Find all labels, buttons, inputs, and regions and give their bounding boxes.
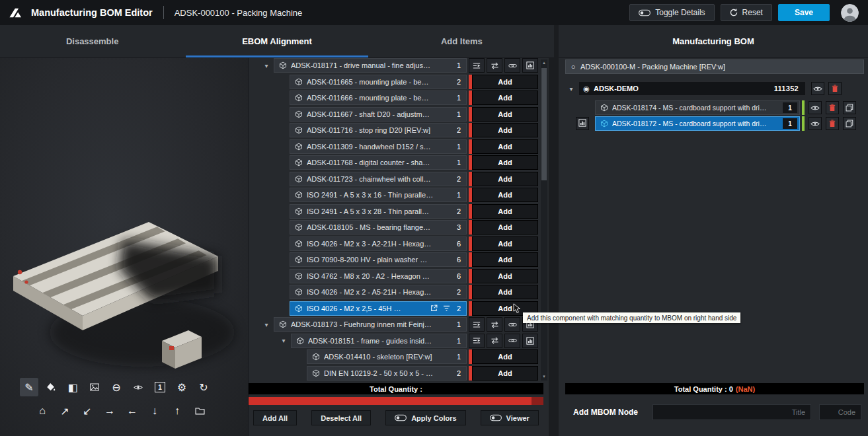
swap-button[interactable] bbox=[487, 317, 502, 332]
swap-button[interactable] bbox=[487, 58, 502, 73]
add-button[interactable]: Add bbox=[472, 123, 538, 137]
ebom-part-row[interactable]: ADSK-011716 - stop ring D20 [REV:w]2 bbox=[290, 123, 467, 137]
ebom-part-row[interactable]: ISO 4026 - M2 x 3 - A2-21H - Hexag…6 bbox=[290, 236, 467, 251]
chart-button[interactable] bbox=[576, 117, 589, 130]
reset-view-button[interactable]: ↻ bbox=[194, 378, 213, 396]
add-button[interactable]: Add bbox=[472, 204, 538, 219]
delete-button[interactable] bbox=[826, 117, 839, 130]
ebom-part-row[interactable]: ADSK-018173 - Fuehrung innen mit Feinj…1 bbox=[274, 317, 467, 332]
swap-button[interactable] bbox=[487, 334, 502, 348]
add-button[interactable]: Add bbox=[472, 155, 538, 170]
mbom-part-row[interactable]: ADSK-018174 - MS - cardboard support wit… bbox=[595, 100, 800, 115]
ebom-part-row[interactable]: ADSK-011666 - mounting plate - be…1 bbox=[290, 91, 467, 105]
tab-ebom-alignment[interactable]: EBOM Alignment bbox=[184, 25, 369, 57]
ebom-part-row[interactable]: ADSK-011723 - chainwheel with coll…2 bbox=[290, 172, 467, 186]
pan-down-left-button[interactable]: ↙ bbox=[78, 402, 97, 420]
ebom-part-row[interactable]: ISO 2491 - A 5 x 3 x 28 - Thin parall…2 bbox=[290, 204, 467, 219]
pan-up-button[interactable]: ↑ bbox=[168, 402, 186, 420]
visibility-button[interactable] bbox=[809, 101, 822, 114]
add-button[interactable]: Add bbox=[472, 252, 538, 267]
expand-chevron[interactable]: ▾ bbox=[260, 62, 272, 69]
ebom-part-row[interactable]: ADSK-011768 - digital counter - sha…1 bbox=[290, 155, 467, 170]
mbom-group-row[interactable]: ◉ ADSK-DEMO 111352 bbox=[578, 81, 806, 96]
ebom-part-row[interactable]: ISO 7090-8-200 HV - plain washer …6 bbox=[290, 252, 467, 267]
folder-button[interactable] bbox=[190, 402, 209, 420]
expand-chevron[interactable]: ▾ bbox=[260, 321, 272, 328]
ebom-part-row[interactable]: ADSK-011309 - handwheel D152 / s…1 bbox=[290, 139, 467, 154]
ebom-part-row[interactable]: ADSK-011665 - mounting plate - be…2 bbox=[290, 75, 467, 89]
scrollbar-thumb[interactable] bbox=[541, 68, 547, 180]
add-button[interactable]: Add bbox=[472, 285, 538, 299]
visibility-button[interactable] bbox=[129, 378, 147, 396]
expand-chevron[interactable]: ▾ bbox=[278, 337, 290, 344]
add-button[interactable]: Add bbox=[472, 172, 538, 186]
scroll-up-icon[interactable]: ▲ bbox=[541, 59, 547, 67]
add-button[interactable]: Add bbox=[472, 188, 538, 202]
mbom-code-input[interactable] bbox=[819, 404, 861, 420]
zoom-out-button[interactable]: ⊖ bbox=[107, 378, 126, 396]
3d-viewer[interactable]: ✎ ◧ ⊖ 1 ⚙ ↻ ⌂ ↗ ↙ → ← ↓ ↑ bbox=[0, 58, 248, 436]
save-button[interactable]: Save bbox=[778, 4, 830, 21]
filter-icon[interactable] bbox=[443, 305, 450, 311]
add-button[interactable]: Add bbox=[472, 349, 538, 364]
reset-button[interactable]: Reset bbox=[721, 4, 772, 21]
ebom-part-row[interactable]: ADSK-011667 - shaft D20 - adjustm…1 bbox=[290, 107, 467, 122]
home-view-button[interactable]: ⌂ bbox=[33, 402, 52, 420]
add-button[interactable]: Add bbox=[472, 366, 538, 381]
align-quantity-button[interactable] bbox=[469, 58, 485, 73]
deselect-all-button[interactable]: Deselect All bbox=[311, 410, 371, 425]
ebom-part-row[interactable]: ADSK-018105 - MS - bearing flange…3 bbox=[290, 220, 467, 235]
duplicate-button[interactable] bbox=[843, 117, 856, 130]
add-button[interactable]: Add bbox=[472, 107, 538, 122]
pan-down-button[interactable]: ↓ bbox=[145, 402, 164, 420]
scroll-down-icon[interactable]: ▼ bbox=[541, 373, 547, 381]
tab-disassemble[interactable]: Disassemble bbox=[0, 25, 184, 57]
ebom-part-row[interactable]: ADSK-018151 - frame - guides insid…1 bbox=[291, 334, 467, 348]
ebom-part-row[interactable]: ISO 4026 - M2 x 2 - A5-21H - Hexag…2 bbox=[290, 285, 467, 299]
ebom-part-row[interactable]: ADSK-018171 - drive manual - fine adjus…… bbox=[274, 58, 467, 73]
visibility-button[interactable] bbox=[809, 117, 822, 130]
delete-button[interactable] bbox=[826, 101, 839, 114]
chart-button[interactable] bbox=[522, 334, 538, 348]
toggle-details-button[interactable]: Toggle Details bbox=[629, 4, 714, 21]
fill-color-button[interactable] bbox=[42, 378, 60, 396]
mbom-root-row[interactable]: ○ ADSK-000100-M - Packing Machine [REV:w… bbox=[565, 59, 864, 74]
add-button[interactable]: Add bbox=[472, 220, 538, 235]
mbom-part-row-selected[interactable]: ADSK-018172 - MS - cardboard support wit… bbox=[595, 116, 800, 131]
add-all-button[interactable]: Add All bbox=[253, 410, 297, 425]
settings-gear-button[interactable]: ⚙ bbox=[173, 378, 191, 396]
pan-left-button[interactable]: ← bbox=[123, 402, 141, 420]
pan-right-button[interactable]: → bbox=[100, 402, 119, 420]
ebom-part-row[interactable]: ISO 4026 - M2 x 2,5 - 45H …2 bbox=[290, 301, 467, 316]
add-button[interactable]: Add bbox=[472, 139, 538, 154]
ebom-part-row[interactable]: ADSK-014410 - skeleton [REV:w]1 bbox=[307, 349, 467, 364]
ebom-part-row[interactable]: ISO 4762 - M8 x 20 - A2 - Hexagon …6 bbox=[290, 269, 467, 283]
contrast-button[interactable]: ◧ bbox=[63, 378, 82, 396]
add-button[interactable]: Add bbox=[472, 236, 538, 251]
chart-button[interactable] bbox=[522, 58, 538, 73]
collapse-chevron[interactable]: ▾ bbox=[565, 85, 577, 92]
open-item-icon[interactable] bbox=[430, 305, 438, 312]
link-button[interactable] bbox=[504, 317, 520, 332]
ebom-scrollbar[interactable]: ▲ ▼ bbox=[541, 59, 547, 381]
single-view-button[interactable]: 1 bbox=[151, 378, 169, 396]
link-button[interactable] bbox=[504, 58, 520, 73]
visibility-button[interactable] bbox=[811, 82, 824, 95]
snapshot-button[interactable] bbox=[85, 378, 104, 396]
align-quantity-button[interactable] bbox=[469, 317, 485, 332]
ebom-part-row[interactable]: ISO 2491 - A 5 x 3 x 16 - Thin paralle…1 bbox=[290, 188, 467, 202]
tab-add-items[interactable]: Add Items bbox=[370, 25, 554, 57]
pan-up-right-button[interactable]: ↗ bbox=[56, 402, 74, 420]
mbom-title-input[interactable] bbox=[652, 404, 811, 420]
user-avatar[interactable] bbox=[841, 4, 859, 22]
add-button[interactable]: Add bbox=[472, 75, 538, 89]
delete-button[interactable] bbox=[828, 82, 842, 95]
add-button[interactable]: Add bbox=[472, 91, 538, 105]
ebom-part-row[interactable]: DIN EN 10219-2 - 50 x 50 x 5 - …2 bbox=[307, 366, 467, 381]
draw-tool-button[interactable]: ✎ bbox=[20, 378, 38, 396]
apply-colors-button[interactable]: Apply Colors bbox=[385, 410, 465, 425]
duplicate-button[interactable] bbox=[843, 101, 856, 114]
add-button[interactable]: Add bbox=[472, 269, 538, 283]
align-quantity-button[interactable] bbox=[469, 334, 485, 348]
link-button[interactable] bbox=[504, 334, 520, 348]
